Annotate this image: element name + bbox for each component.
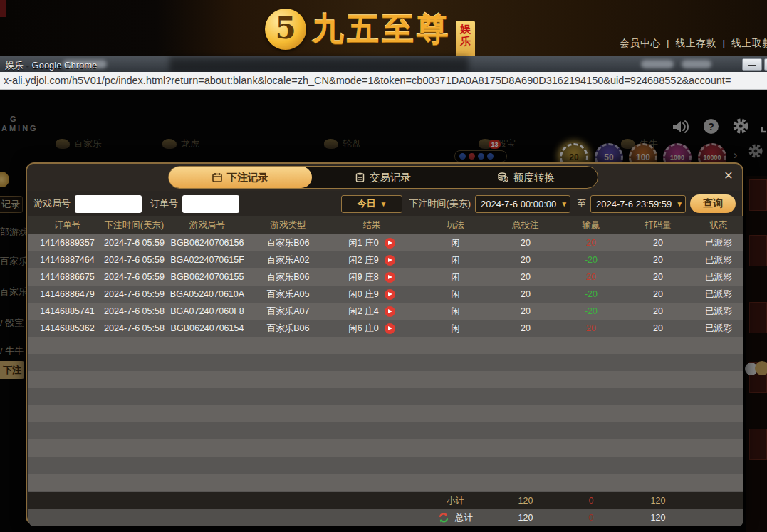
status-badge: 已派彩 bbox=[692, 234, 743, 251]
total-bet: 20 bbox=[493, 303, 558, 320]
play-triangle-icon bbox=[388, 258, 392, 262]
chevron-down-icon: ▼ bbox=[676, 200, 683, 208]
game-round-input[interactable] bbox=[75, 195, 142, 213]
to-label: 至 bbox=[577, 197, 586, 210]
total-row: 总计 120 0 120 bbox=[28, 509, 743, 526]
clipboard-icon bbox=[355, 172, 365, 182]
window-title-bar: 娱乐 - Google Chrome — bbox=[0, 56, 767, 72]
result-cell: 闲6 庄0 bbox=[325, 320, 418, 337]
link-member-center[interactable]: 会员中心 bbox=[620, 38, 661, 48]
turnover: 20 bbox=[624, 286, 692, 303]
maximize-button[interactable] bbox=[764, 58, 767, 71]
date-preset-select[interactable]: 今日 ▼ bbox=[341, 195, 402, 213]
play-video-button[interactable] bbox=[385, 255, 395, 266]
turnover: 20 bbox=[624, 251, 692, 268]
play-triangle-icon bbox=[388, 292, 392, 296]
url-bar[interactable]: x-ali.ydjol.com/h5V01/pc/index.html?retu… bbox=[0, 72, 767, 90]
empty-row bbox=[28, 439, 743, 457]
play-type: 闲 bbox=[418, 251, 493, 268]
table-row: 141468866752024-7-6 05:59BGB06240706155百… bbox=[28, 268, 743, 286]
game-type: 百家乐A05 bbox=[251, 286, 325, 303]
bet-time-label: 下注时间(美东) bbox=[409, 197, 471, 210]
total-label: 总计 bbox=[455, 512, 473, 524]
win-loss: 20 bbox=[558, 234, 624, 251]
play-video-button[interactable] bbox=[385, 306, 395, 317]
empty-row bbox=[28, 371, 743, 388]
game-round-label: 游戏局号 bbox=[33, 197, 71, 210]
game-type: 百家乐A07 bbox=[251, 303, 325, 320]
bet-time: 2024-7-6 05:58 bbox=[105, 303, 164, 320]
game-type: 百家乐B06 bbox=[251, 320, 325, 337]
bet-records-modal: 下注记录 交易记录 $ 额度转换 × 游戏局号 订单号 今日 bbox=[26, 162, 743, 525]
link-online-withdraw[interactable]: 线上取款 bbox=[731, 38, 767, 48]
link-online-deposit[interactable]: 线上存款 bbox=[675, 38, 716, 48]
round-no: BGB06240706155 bbox=[164, 268, 251, 286]
play-video-button[interactable] bbox=[385, 289, 395, 300]
tab-bet-records[interactable]: 下注记录 bbox=[169, 167, 312, 188]
time-to-select[interactable]: 2024-7-6 23:59:59 ▼ bbox=[590, 195, 686, 213]
close-icon[interactable]: × bbox=[724, 167, 733, 182]
chevron-down-icon: ▼ bbox=[380, 200, 387, 208]
column-header: 订单号 bbox=[30, 216, 105, 234]
minimize-button[interactable]: — bbox=[742, 58, 762, 71]
tab-transaction-records[interactable]: 交易记录 bbox=[312, 167, 455, 188]
game-type: 百家乐B06 bbox=[251, 268, 325, 286]
coin-glyph: 5 bbox=[275, 11, 296, 46]
refresh-icon[interactable] bbox=[438, 512, 449, 523]
turnover: 20 bbox=[624, 320, 692, 337]
tab-label: 下注记录 bbox=[227, 171, 268, 184]
tab-group: 下注记录 交易记录 $ 额度转换 bbox=[168, 166, 598, 189]
empty-row bbox=[28, 388, 743, 405]
play-type: 闲 bbox=[418, 268, 493, 286]
url-text[interactable]: x-ali.ydjol.com/h5V01/pc/index.html?retu… bbox=[4, 75, 731, 86]
column-header: 总投注 bbox=[493, 216, 558, 234]
table-row: 141468874642024-7-6 05:59BGA0224070615F百… bbox=[28, 251, 743, 268]
play-video-button[interactable] bbox=[385, 272, 395, 283]
turnover: 20 bbox=[624, 234, 692, 251]
site-logo-name: 九五至尊 bbox=[312, 8, 452, 51]
badge-char: 娱 bbox=[460, 23, 471, 35]
play-video-button[interactable] bbox=[385, 238, 395, 249]
link-separator: | bbox=[722, 38, 726, 48]
play-type: 闲 bbox=[418, 286, 493, 303]
total-bet: 20 bbox=[493, 268, 558, 286]
bet-time: 2024-7-6 05:59 bbox=[105, 268, 164, 286]
status-badge: 已派彩 bbox=[692, 268, 743, 286]
table-row: 141468853622024-7-6 05:58BGB06240706154百… bbox=[28, 320, 743, 337]
round-no: BGB06240706154 bbox=[164, 320, 251, 337]
order-no: 14146886479 bbox=[30, 286, 105, 303]
play-triangle-icon bbox=[388, 326, 392, 330]
table-body: 141468893572024-7-6 05:59BGB06240706156百… bbox=[28, 234, 743, 492]
window-title: 娱乐 - Google Chrome bbox=[5, 59, 97, 72]
round-no: BGA0524070610A bbox=[164, 286, 251, 303]
corner-window-fragment bbox=[0, 0, 6, 17]
order-no-input[interactable] bbox=[182, 195, 239, 213]
total-bet: 20 bbox=[493, 320, 558, 337]
turnover: 20 bbox=[624, 303, 692, 320]
result-text: 闲1 庄0 bbox=[348, 237, 378, 249]
result-cell: 闲2 庄4 bbox=[325, 303, 418, 320]
search-button[interactable]: 查询 bbox=[690, 194, 736, 213]
column-header: 输赢 bbox=[558, 216, 624, 234]
time-from-select[interactable]: 2024-7-6 00:00:00 ▼ bbox=[475, 195, 570, 213]
subtotal-win-loss: 0 bbox=[558, 492, 624, 509]
win-loss: -20 bbox=[558, 251, 624, 268]
result-text: 闲2 庄9 bbox=[348, 254, 378, 266]
total-total-bet: 120 bbox=[493, 509, 558, 526]
result-cell: 闲0 庄9 bbox=[325, 286, 418, 303]
win-loss: -20 bbox=[558, 286, 624, 303]
play-video-button[interactable] bbox=[385, 323, 395, 334]
status-badge: 已派彩 bbox=[692, 286, 743, 303]
win-loss: -20 bbox=[558, 303, 624, 320]
order-no: 14146885741 bbox=[30, 303, 105, 320]
play-triangle-icon bbox=[388, 241, 392, 245]
tab-label: 交易记录 bbox=[370, 171, 411, 184]
round-no: BGB06240706156 bbox=[164, 234, 251, 251]
column-header: 玩法 bbox=[418, 216, 493, 234]
table-row: 141468893572024-7-6 05:59BGB06240706156百… bbox=[28, 234, 743, 251]
modal-tab-bar: 下注记录 交易记录 $ 额度转换 × bbox=[27, 164, 742, 191]
subtotal-total-bet: 120 bbox=[493, 492, 558, 509]
empty-row bbox=[28, 474, 743, 491]
tab-credit-transfer[interactable]: $ 额度转换 bbox=[454, 167, 598, 188]
play-type: 闲 bbox=[418, 303, 493, 320]
